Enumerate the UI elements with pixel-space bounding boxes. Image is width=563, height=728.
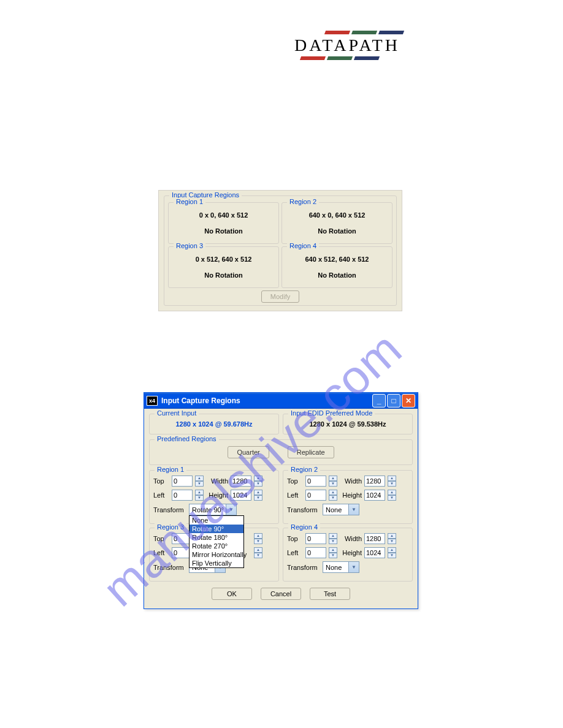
region-coords: 640 x 512, 640 x 512	[286, 256, 388, 263]
dropdown-option-flip[interactable]: Flip Vertically	[190, 559, 243, 567]
logo-bar	[354, 56, 380, 60]
region-4-transform-select[interactable]: None ▼	[323, 561, 359, 573]
region-edit-title: Region 2	[288, 466, 320, 473]
region-2-height-input[interactable]	[364, 490, 385, 501]
select-value: None	[326, 564, 342, 571]
spinner[interactable]: ▲▼	[254, 476, 262, 487]
logo-bars-top	[325, 31, 417, 34]
region-2-left-input[interactable]	[305, 490, 326, 501]
spinner[interactable]: ▲▼	[388, 490, 396, 501]
ok-button[interactable]: OK	[212, 588, 252, 600]
region-edit-title: Region 4	[288, 523, 320, 531]
height-label: Height	[207, 491, 228, 499]
region-2-width-input[interactable]	[364, 476, 385, 487]
region-title: Region 2	[287, 198, 319, 205]
select-value: None	[326, 506, 342, 514]
left-label: Left	[153, 491, 169, 499]
select-value: Rotate 90°	[192, 506, 224, 514]
chevron-down-icon: ▼	[348, 504, 359, 515]
region-4-width-input[interactable]	[364, 533, 385, 544]
spinner[interactable]: ▲▼	[254, 547, 262, 558]
replicate-button[interactable]: Replicate	[288, 446, 334, 458]
left-label: Left	[287, 549, 303, 556]
minimize-button[interactable]: _	[372, 394, 386, 408]
test-button[interactable]: Test	[310, 588, 350, 600]
region-4-left-input[interactable]	[305, 547, 326, 558]
quarter-button[interactable]: Quarter	[228, 446, 269, 458]
logo-bars-bottom	[301, 56, 417, 60]
spinner[interactable]: ▲▼	[254, 533, 262, 544]
cancel-button[interactable]: Cancel	[261, 588, 301, 600]
regions-edit-grid: Region 1 Top ▲▼ Width ▲▼ Left ▲▼ Height …	[149, 470, 413, 582]
logo-text: DATAPATH	[294, 36, 417, 55]
logo-bar	[324, 31, 350, 34]
transform-label: Transform	[287, 506, 320, 514]
dropdown-option-rotate270[interactable]: Rotate 270°	[190, 542, 243, 550]
left-label: Left	[153, 549, 169, 556]
height-label: Height	[341, 549, 362, 556]
spinner[interactable]: ▲▼	[254, 490, 262, 501]
region-rotation: No Rotation	[286, 227, 388, 235]
top-label: Top	[287, 535, 303, 542]
region-coords: 0 x 512, 640 x 512	[172, 256, 275, 263]
spinner[interactable]: ▲▼	[329, 533, 337, 544]
region-1-width-input[interactable]	[231, 476, 251, 487]
top-label: Top	[153, 535, 169, 542]
region-title: Region 4	[287, 242, 319, 249]
region-1-top-input[interactable]	[172, 476, 193, 487]
dropdown-option-rotate90[interactable]: Rotate 90°	[190, 525, 243, 533]
region-2-top-input[interactable]	[305, 476, 326, 487]
region-1-height-input[interactable]	[231, 490, 251, 501]
region-edit-title: Region 1	[155, 466, 186, 473]
transform-label: Transform	[153, 506, 186, 514]
region-rotation: No Rotation	[286, 271, 388, 279]
transform-label: Transform	[287, 564, 320, 571]
modify-button[interactable]: Modify	[261, 290, 299, 303]
current-input-value: 1280 x 1024 @ 59.678Hz	[153, 420, 275, 428]
spinner[interactable]: ▲▼	[329, 547, 337, 558]
region-4-height-input[interactable]	[364, 547, 385, 558]
capture-regions-summary-panel: Input Capture Regions Region 1 0 x 0, 64…	[158, 190, 402, 311]
dropdown-option-none[interactable]: None	[190, 516, 243, 525]
region-2-transform-select[interactable]: None ▼	[323, 504, 359, 515]
region-title: Region 3	[174, 242, 205, 249]
spinner[interactable]: ▲▼	[329, 490, 337, 501]
logo-bar	[327, 56, 353, 60]
spinner[interactable]: ▲▼	[195, 476, 204, 487]
left-label: Left	[287, 491, 303, 499]
chevron-down-icon: ▼	[348, 562, 359, 572]
transform-label: Transform	[153, 564, 186, 571]
region-edit-title: Region 3	[155, 523, 186, 531]
region-rotation: No Rotation	[172, 227, 275, 235]
spinner[interactable]: ▲▼	[388, 533, 396, 544]
region-3-summary: Region 3 0 x 512, 640 x 512 No Rotation	[168, 246, 279, 288]
spinner[interactable]: ▲▼	[329, 476, 337, 487]
close-button[interactable]: ✕	[402, 394, 415, 408]
top-label: Top	[153, 477, 169, 485]
dropdown-option-rotate180[interactable]: Rotate 180°	[190, 533, 243, 542]
current-input-title: Current Input	[155, 409, 199, 417]
region-2-edit: Region 2 Top ▲▼ Width ▲▼ Left ▲▼ Height …	[283, 470, 413, 524]
region-2-summary: Region 2 640 x 0, 640 x 512 No Rotation	[282, 202, 393, 244]
capture-regions-groupbox: Input Capture Regions Region 1 0 x 0, 64…	[164, 195, 397, 306]
region-rotation: No Rotation	[172, 271, 275, 279]
edid-title: Input EDID Preferred Mode	[288, 409, 375, 417]
region-4-top-input[interactable]	[305, 533, 326, 544]
dropdown-option-mirror[interactable]: Mirror Horizontally	[190, 550, 243, 559]
spinner[interactable]: ▲▼	[388, 547, 396, 558]
spinner[interactable]: ▲▼	[195, 490, 204, 501]
predefined-title: Predefined Regions	[155, 435, 219, 442]
input-capture-regions-dialog: x4 Input Capture Regions _ □ ✕ Current I…	[144, 392, 418, 609]
height-label: Height	[341, 491, 362, 499]
logo-bar	[351, 31, 377, 34]
maximize-button[interactable]: □	[387, 394, 400, 408]
region-1-left-input[interactable]	[172, 490, 193, 501]
top-label: Top	[287, 477, 303, 485]
logo-bar	[300, 56, 326, 60]
region-1-transform-select[interactable]: Rotate 90° ▼ None Rotate 90° Rotate 180°…	[189, 504, 237, 515]
dialog-titlebar[interactable]: x4 Input Capture Regions _ □ ✕	[144, 393, 418, 409]
spinner[interactable]: ▲▼	[388, 476, 396, 487]
region-1-summary: Region 1 0 x 0, 640 x 512 No Rotation	[168, 202, 279, 244]
transform-dropdown-list: None Rotate 90° Rotate 180° Rotate 270° …	[189, 515, 244, 568]
predefined-regions-box: Predefined Regions Quarter Replicate	[149, 439, 413, 465]
